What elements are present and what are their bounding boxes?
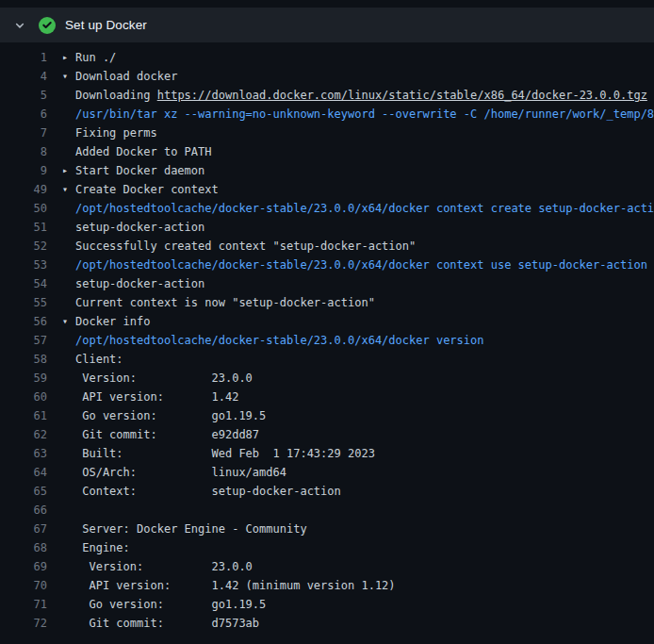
group-expanded-arrow-icon[interactable]: ▾ xyxy=(62,312,75,331)
line-number[interactable]: 72 xyxy=(0,614,47,633)
log-line: 54setup-docker-action xyxy=(0,274,654,293)
log-line: 71 Go version: go1.19.5 xyxy=(0,595,654,614)
log-text: Start Docker daemon xyxy=(75,161,204,180)
log-text: Context: setup-docker-action xyxy=(75,482,341,501)
log-line: 69 Version: 23.0.0 xyxy=(0,557,654,576)
arrow-spacer xyxy=(62,142,75,161)
line-number[interactable]: 9 xyxy=(0,161,47,180)
log-group-line[interactable]: 49▾Create Docker context xyxy=(0,180,654,199)
log-text: Built: Wed Feb 1 17:43:29 2023 xyxy=(75,444,375,463)
log-line: 8Added Docker to PATH xyxy=(0,142,654,161)
arrow-spacer xyxy=(62,501,75,520)
arrow-spacer xyxy=(62,406,75,425)
group-expanded-arrow-icon[interactable]: ▾ xyxy=(62,180,75,199)
line-number[interactable]: 68 xyxy=(0,538,47,557)
step-title: Set up Docker xyxy=(65,18,147,32)
line-number[interactable]: 66 xyxy=(0,501,47,520)
log-line: 60 API version: 1.42 xyxy=(0,388,654,406)
log-line: 58Client: xyxy=(0,350,654,369)
log-line: 64 OS/Arch: linux/amd64 xyxy=(0,463,654,482)
line-number[interactable]: 64 xyxy=(0,463,47,482)
log-text: Git commit: e92dd87 xyxy=(75,425,259,444)
line-number[interactable]: 7 xyxy=(0,124,47,142)
group-expanded-arrow-icon[interactable]: ▾ xyxy=(62,67,75,86)
log-text: Engine: xyxy=(75,538,130,557)
line-number[interactable]: 53 xyxy=(0,256,47,274)
line-number[interactable]: 51 xyxy=(0,218,47,237)
arrow-spacer xyxy=(62,350,75,369)
log-text: Added Docker to PATH xyxy=(75,142,212,161)
log-line: 63 Built: Wed Feb 1 17:43:29 2023 xyxy=(0,444,654,463)
log-line: 68 Engine: xyxy=(0,538,654,557)
line-number[interactable]: 49 xyxy=(0,180,47,199)
log-text: setup-docker-action xyxy=(75,274,204,293)
log-lines: 1▸Run ./4▾Download docker5Downloading ht… xyxy=(0,42,654,633)
line-number[interactable]: 69 xyxy=(0,557,47,576)
log-text: /usr/bin/tar xz --warning=no-unknown-key… xyxy=(75,105,654,124)
log-text: /opt/hostedtoolcache/docker-stable/23.0.… xyxy=(75,331,483,350)
log-line: 67 Server: Docker Engine - Community xyxy=(0,520,654,538)
arrow-spacer xyxy=(62,463,75,482)
line-number[interactable]: 52 xyxy=(0,237,47,256)
log-text: Go version: go1.19.5 xyxy=(75,595,266,614)
arrow-spacer xyxy=(62,369,75,388)
line-number[interactable]: 8 xyxy=(0,142,47,161)
line-number[interactable]: 60 xyxy=(0,388,47,406)
log-text: Successfully created context "setup-dock… xyxy=(75,237,416,256)
arrow-spacer xyxy=(62,331,75,350)
log-text: Create Docker context xyxy=(75,180,219,199)
log-text: Server: Docker Engine - Community xyxy=(75,520,307,538)
log-line: 52Successfully created context "setup-do… xyxy=(0,237,654,256)
line-number[interactable]: 6 xyxy=(0,105,47,124)
line-number[interactable]: 59 xyxy=(0,369,47,388)
line-number[interactable]: 71 xyxy=(0,595,47,614)
log-text-prefix: Downloading xyxy=(75,89,157,102)
log-line: 59 Version: 23.0.0 xyxy=(0,369,654,388)
log-group-line[interactable]: 4▾Download docker xyxy=(0,67,654,86)
arrow-spacer xyxy=(62,274,75,293)
log-text: Current context is now "setup-docker-act… xyxy=(75,293,375,312)
line-number[interactable]: 57 xyxy=(0,331,47,350)
log-group-line[interactable]: 1▸Run ./ xyxy=(0,48,654,67)
log-url-link[interactable]: https://download.docker.com/linux/static… xyxy=(157,89,647,102)
line-number[interactable]: 70 xyxy=(0,576,47,595)
arrow-spacer xyxy=(62,520,75,538)
group-collapsed-arrow-icon[interactable]: ▸ xyxy=(62,48,75,67)
log-line: 53/opt/hostedtoolcache/docker-stable/23.… xyxy=(0,256,654,274)
line-number[interactable]: 55 xyxy=(0,293,47,312)
line-number[interactable]: 63 xyxy=(0,444,47,463)
arrow-spacer xyxy=(62,124,75,142)
log-text: Git commit: d7573ab xyxy=(75,614,259,633)
line-number[interactable]: 50 xyxy=(0,199,47,218)
arrow-spacer xyxy=(62,105,75,124)
arrow-spacer xyxy=(62,425,75,444)
line-number[interactable]: 58 xyxy=(0,350,47,369)
group-collapsed-arrow-icon[interactable]: ▸ xyxy=(62,161,75,180)
log-text: API version: 1.42 (minimum version 1.12) xyxy=(75,576,396,595)
log-line: 51setup-docker-action xyxy=(0,218,654,237)
line-number[interactable]: 56 xyxy=(0,312,47,331)
arrow-spacer xyxy=(62,388,75,406)
line-number[interactable]: 1 xyxy=(0,48,47,67)
log-text: /opt/hostedtoolcache/docker-stable/23.0.… xyxy=(75,256,647,274)
log-line: 57/opt/hostedtoolcache/docker-stable/23.… xyxy=(0,331,654,350)
log-group-line[interactable]: 56▾Docker info xyxy=(0,312,654,331)
line-number[interactable]: 62 xyxy=(0,425,47,444)
chevron-down-icon[interactable] xyxy=(12,18,27,33)
line-number[interactable]: 54 xyxy=(0,274,47,293)
line-number[interactable]: 5 xyxy=(0,86,47,105)
line-number[interactable]: 65 xyxy=(0,482,47,501)
line-number[interactable]: 4 xyxy=(0,67,47,86)
log-text: setup-docker-action xyxy=(75,218,204,237)
log-text: Download docker xyxy=(75,67,177,86)
arrow-spacer xyxy=(62,614,75,633)
log-line: 55Current context is now "setup-docker-a… xyxy=(0,293,654,312)
line-number[interactable]: 61 xyxy=(0,406,47,425)
arrow-spacer xyxy=(62,256,75,274)
arrow-spacer xyxy=(62,538,75,557)
line-number[interactable]: 67 xyxy=(0,520,47,538)
arrow-spacer xyxy=(62,576,75,595)
step-header[interactable]: Set up Docker xyxy=(0,8,654,42)
log-group-line[interactable]: 9▸Start Docker daemon xyxy=(0,161,654,180)
log-text: Version: 23.0.0 xyxy=(75,369,253,388)
